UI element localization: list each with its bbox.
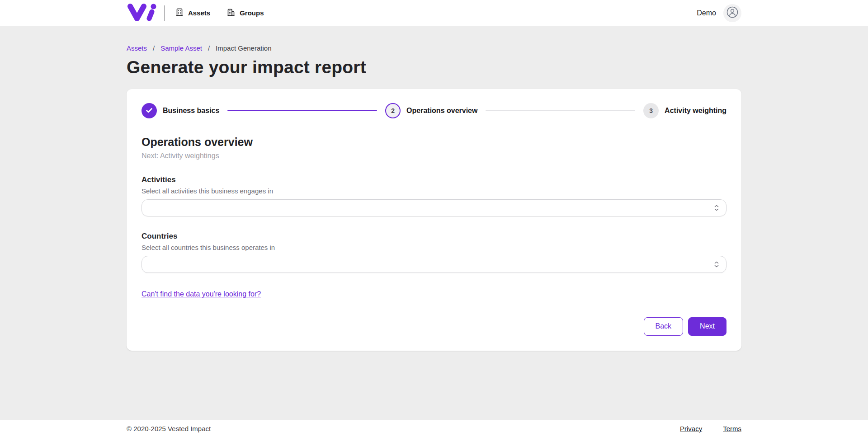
- user-avatar-button[interactable]: [723, 4, 741, 22]
- breadcrumb-current: Impact Generation: [216, 44, 271, 52]
- nav-label-groups: Groups: [240, 9, 264, 17]
- logo-icon: [127, 3, 156, 23]
- countries-helper: Select all countries this business opera…: [142, 244, 726, 251]
- main-nav: Assets Groups: [175, 8, 264, 19]
- activities-select[interactable]: [142, 199, 726, 216]
- step-1-label: Business basics: [163, 107, 219, 115]
- step-2-circle: 2: [385, 103, 401, 118]
- chevron-up-down-icon: [713, 204, 720, 211]
- breadcrumb-link-sample-asset[interactable]: Sample Asset: [160, 44, 202, 52]
- privacy-link[interactable]: Privacy: [680, 425, 702, 432]
- main-content: Assets / Sample Asset / Impact Generatio…: [0, 26, 868, 420]
- step-3-label: Activity weighting: [665, 107, 726, 115]
- page-title: Generate your impact report: [127, 57, 741, 77]
- missing-data-help-link[interactable]: Can't find the data you're looking for?: [142, 290, 261, 298]
- breadcrumb-separator: /: [153, 44, 155, 52]
- countries-label: Countries: [142, 232, 726, 241]
- nav-item-groups[interactable]: Groups: [226, 8, 264, 19]
- breadcrumb-separator: /: [208, 44, 210, 52]
- wizard-stepper: Business basics 2 Operations overview 3 …: [142, 103, 726, 118]
- activities-helper: Select all activities this business enga…: [142, 187, 726, 195]
- copyright-text: © 2020-2025 Vested Impact: [127, 425, 211, 432]
- page-footer: © 2020-2025 Vested Impact Privacy Terms: [0, 420, 868, 437]
- next-button[interactable]: Next: [688, 317, 726, 336]
- countries-select[interactable]: [142, 256, 726, 273]
- terms-link[interactable]: Terms: [723, 425, 741, 432]
- check-icon: [145, 106, 153, 116]
- step-activity-weighting[interactable]: 3 Activity weighting: [643, 103, 726, 118]
- user-name: Demo: [697, 9, 716, 17]
- step-connector-inactive: [486, 110, 635, 111]
- step-1-circle: [142, 103, 157, 118]
- header-divider: [165, 5, 165, 21]
- step-connector-active: [227, 110, 377, 111]
- building-icon: [175, 8, 184, 19]
- step-3-circle: 3: [643, 103, 659, 118]
- top-navigation-bar: Assets Groups: [0, 0, 868, 26]
- section-subtitle: Next: Activity weightings: [142, 152, 726, 160]
- back-button[interactable]: Back: [644, 317, 684, 336]
- step-operations-overview[interactable]: 2 Operations overview: [385, 103, 477, 118]
- buildings-icon: [226, 8, 236, 19]
- impact-report-wizard-card: Business basics 2 Operations overview 3 …: [127, 89, 741, 351]
- chevron-up-down-icon: [713, 261, 720, 268]
- activities-field: Activities Select all activities this bu…: [142, 175, 726, 216]
- countries-field: Countries Select all countries this busi…: [142, 232, 726, 273]
- vested-impact-logo[interactable]: [127, 3, 156, 23]
- footer-links: Privacy Terms: [680, 425, 741, 432]
- step-2-label: Operations overview: [406, 107, 477, 115]
- breadcrumb: Assets / Sample Asset / Impact Generatio…: [127, 44, 741, 52]
- section-title: Operations overview: [142, 136, 726, 149]
- activities-label: Activities: [142, 175, 726, 184]
- step-business-basics[interactable]: Business basics: [142, 103, 219, 118]
- wizard-actions: Back Next: [142, 317, 726, 336]
- user-avatar-icon: [726, 6, 739, 20]
- nav-label-assets: Assets: [188, 9, 210, 17]
- breadcrumb-link-assets[interactable]: Assets: [127, 44, 147, 52]
- user-menu: Demo: [697, 4, 741, 22]
- nav-item-assets[interactable]: Assets: [175, 8, 210, 19]
